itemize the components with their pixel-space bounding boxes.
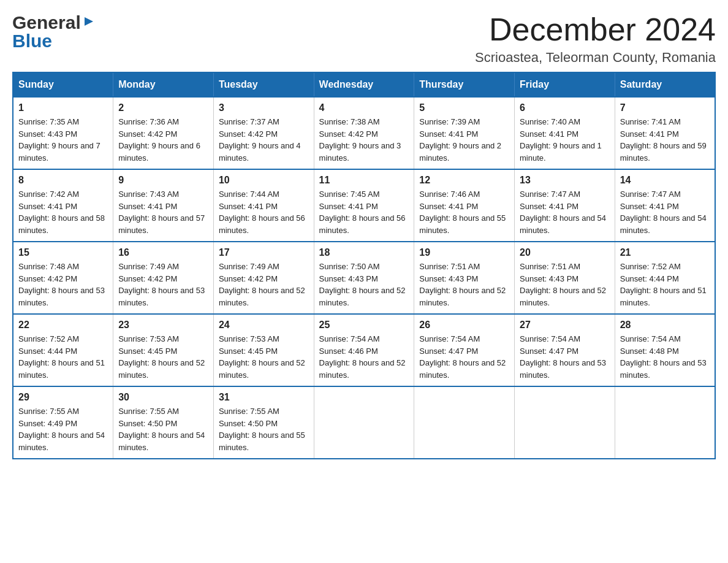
day-info: Sunrise: 7:50 AMSunset: 4:43 PMDaylight:… [319,262,406,307]
day-number: 16 [118,247,208,258]
day-number: 3 [219,102,309,113]
day-info: Sunrise: 7:49 AMSunset: 4:42 PMDaylight:… [118,262,205,307]
day-info: Sunrise: 7:55 AMSunset: 4:49 PMDaylight:… [18,407,105,452]
header: General Blue December 2024 Scrioastea, T… [12,12,716,66]
week-row-1: 1 Sunrise: 7:35 AMSunset: 4:43 PMDayligh… [13,97,715,169]
calendar-cell: 27 Sunrise: 7:54 AMSunset: 4:47 PMDaylig… [515,314,615,386]
main-title: December 2024 [475,12,716,47]
day-info: Sunrise: 7:54 AMSunset: 4:47 PMDaylight:… [520,334,606,380]
day-info: Sunrise: 7:41 AMSunset: 4:41 PMDaylight:… [620,117,707,163]
day-info: Sunrise: 7:53 AMSunset: 4:45 PMDaylight:… [118,334,205,380]
day-number: 14 [620,175,710,186]
calendar-cell: 20 Sunrise: 7:51 AMSunset: 4:43 PMDaylig… [515,242,615,314]
day-info: Sunrise: 7:36 AMSunset: 4:42 PMDaylight:… [118,117,200,163]
calendar-cell: 28 Sunrise: 7:54 AMSunset: 4:48 PMDaylig… [615,314,715,386]
day-number: 27 [520,320,610,331]
title-area: December 2024 Scrioastea, Teleorman Coun… [475,12,716,66]
day-number: 22 [18,320,108,331]
day-info: Sunrise: 7:47 AMSunset: 4:41 PMDaylight:… [520,190,606,235]
day-number: 18 [319,247,409,258]
day-of-week-wednesday: Wednesday [314,72,414,97]
day-info: Sunrise: 7:49 AMSunset: 4:42 PMDaylight:… [219,262,305,307]
day-number: 7 [620,102,710,113]
day-number: 13 [520,175,610,186]
day-info: Sunrise: 7:53 AMSunset: 4:45 PMDaylight:… [219,334,305,380]
day-number: 21 [620,247,710,258]
day-info: Sunrise: 7:55 AMSunset: 4:50 PMDaylight:… [118,407,205,452]
day-number: 23 [118,320,208,331]
calendar-cell [314,386,414,459]
calendar-cell: 29 Sunrise: 7:55 AMSunset: 4:49 PMDaylig… [13,386,113,459]
day-number: 19 [419,247,509,258]
day-number: 6 [520,102,610,113]
calendar-cell: 26 Sunrise: 7:54 AMSunset: 4:47 PMDaylig… [414,314,515,386]
calendar-cell: 15 Sunrise: 7:48 AMSunset: 4:42 PMDaylig… [13,242,113,314]
day-info: Sunrise: 7:37 AMSunset: 4:42 PMDaylight:… [219,117,301,163]
calendar-cell: 25 Sunrise: 7:54 AMSunset: 4:46 PMDaylig… [314,314,414,386]
day-info: Sunrise: 7:42 AMSunset: 4:41 PMDaylight:… [18,190,105,235]
day-number: 11 [319,175,409,186]
svg-marker-0 [85,17,93,26]
day-number: 24 [219,320,309,331]
day-number: 17 [219,247,309,258]
week-row-3: 15 Sunrise: 7:48 AMSunset: 4:42 PMDaylig… [13,242,715,314]
day-info: Sunrise: 7:52 AMSunset: 4:44 PMDaylight:… [18,334,105,380]
day-info: Sunrise: 7:47 AMSunset: 4:41 PMDaylight:… [620,190,707,235]
calendar-cell [414,386,515,459]
week-row-2: 8 Sunrise: 7:42 AMSunset: 4:41 PMDayligh… [13,169,715,242]
calendar-cell: 22 Sunrise: 7:52 AMSunset: 4:44 PMDaylig… [13,314,113,386]
calendar-cell: 16 Sunrise: 7:49 AMSunset: 4:42 PMDaylig… [113,242,214,314]
calendar-cell: 2 Sunrise: 7:36 AMSunset: 4:42 PMDayligh… [113,97,214,169]
week-row-4: 22 Sunrise: 7:52 AMSunset: 4:44 PMDaylig… [13,314,715,386]
day-of-week-saturday: Saturday [615,72,715,97]
calendar-cell: 30 Sunrise: 7:55 AMSunset: 4:50 PMDaylig… [113,386,214,459]
calendar-cell: 3 Sunrise: 7:37 AMSunset: 4:42 PMDayligh… [213,97,314,169]
calendar-cell: 5 Sunrise: 7:39 AMSunset: 4:41 PMDayligh… [414,97,515,169]
day-info: Sunrise: 7:38 AMSunset: 4:42 PMDaylight:… [319,117,401,163]
day-number: 25 [319,320,409,331]
logo: General Blue [12,12,96,52]
day-number: 28 [620,320,710,331]
location-subtitle: Scrioastea, Teleorman County, Romania [475,50,716,66]
day-info: Sunrise: 7:54 AMSunset: 4:47 PMDaylight:… [419,334,506,380]
day-info: Sunrise: 7:35 AMSunset: 4:43 PMDaylight:… [18,117,100,163]
calendar-cell: 13 Sunrise: 7:47 AMSunset: 4:41 PMDaylig… [515,169,615,242]
day-number: 15 [18,247,108,258]
day-number: 4 [319,102,409,113]
calendar-cell: 17 Sunrise: 7:49 AMSunset: 4:42 PMDaylig… [213,242,314,314]
day-number: 12 [419,175,509,186]
day-info: Sunrise: 7:39 AMSunset: 4:41 PMDaylight:… [419,117,501,163]
calendar-cell: 21 Sunrise: 7:52 AMSunset: 4:44 PMDaylig… [615,242,715,314]
logo-blue-text: Blue [12,31,52,52]
calendar-cell: 9 Sunrise: 7:43 AMSunset: 4:41 PMDayligh… [113,169,214,242]
day-info: Sunrise: 7:45 AMSunset: 4:41 PMDaylight:… [319,190,406,235]
day-info: Sunrise: 7:51 AMSunset: 4:43 PMDaylight:… [520,262,606,307]
day-of-week-thursday: Thursday [414,72,515,97]
calendar-cell: 24 Sunrise: 7:53 AMSunset: 4:45 PMDaylig… [213,314,314,386]
day-info: Sunrise: 7:51 AMSunset: 4:43 PMDaylight:… [419,262,506,307]
day-number: 5 [419,102,509,113]
calendar-header: SundayMondayTuesdayWednesdayThursdayFrid… [13,72,715,97]
day-info: Sunrise: 7:48 AMSunset: 4:42 PMDaylight:… [18,262,105,307]
day-of-week-monday: Monday [113,72,214,97]
logo-arrow-icon [82,15,96,31]
days-of-week-row: SundayMondayTuesdayWednesdayThursdayFrid… [13,72,715,97]
day-info: Sunrise: 7:44 AMSunset: 4:41 PMDaylight:… [219,190,305,235]
day-of-week-sunday: Sunday [13,72,113,97]
day-number: 30 [118,392,208,403]
day-of-week-tuesday: Tuesday [213,72,314,97]
day-info: Sunrise: 7:52 AMSunset: 4:44 PMDaylight:… [620,262,707,307]
day-number: 10 [219,175,309,186]
logo-general-text: General [12,12,81,33]
day-info: Sunrise: 7:55 AMSunset: 4:50 PMDaylight:… [219,407,305,452]
day-number: 2 [118,102,208,113]
calendar-cell: 7 Sunrise: 7:41 AMSunset: 4:41 PMDayligh… [615,97,715,169]
day-number: 29 [18,392,108,403]
calendar-cell: 10 Sunrise: 7:44 AMSunset: 4:41 PMDaylig… [213,169,314,242]
day-number: 1 [18,102,108,113]
calendar-cell: 14 Sunrise: 7:47 AMSunset: 4:41 PMDaylig… [615,169,715,242]
calendar-cell [515,386,615,459]
calendar-cell: 8 Sunrise: 7:42 AMSunset: 4:41 PMDayligh… [13,169,113,242]
day-info: Sunrise: 7:54 AMSunset: 4:48 PMDaylight:… [620,334,707,380]
calendar-cell: 6 Sunrise: 7:40 AMSunset: 4:41 PMDayligh… [515,97,615,169]
